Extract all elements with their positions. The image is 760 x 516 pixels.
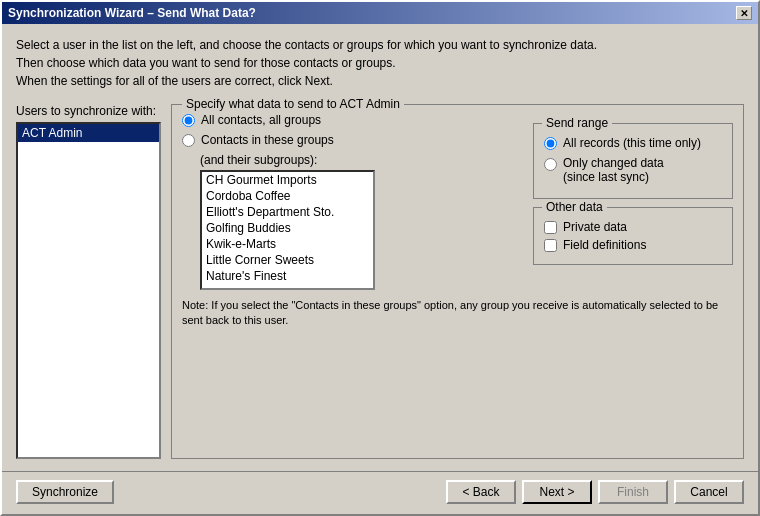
field-definitions-checkbox[interactable]	[544, 239, 557, 252]
all-records-radio[interactable]	[544, 137, 557, 150]
all-records-radio-option[interactable]: All records (this time only)	[544, 136, 722, 150]
panel-inner: All contacts, all groups Contacts in the…	[182, 113, 733, 329]
send-range-panel: Send range All records (this time only) …	[533, 123, 733, 199]
intro-text: Select a user in the list on the left, a…	[16, 36, 744, 90]
content-area: Select a user in the list on the left, a…	[2, 24, 758, 471]
contacts-groups-radio[interactable]	[182, 134, 195, 147]
all-contacts-radio[interactable]	[182, 114, 195, 127]
list-item[interactable]: Kwik-e-Marts	[202, 236, 373, 252]
list-item[interactable]: Elliott's Department Sto.	[202, 204, 373, 220]
right-panel: Specify what data to send to ACT Admin A…	[171, 104, 744, 459]
footer-right: < Back Next > Finish Cancel	[446, 480, 744, 504]
intro-line2: Then choose which data you want to send …	[16, 54, 744, 72]
user-act-admin[interactable]: ACT Admin	[18, 124, 159, 142]
private-data-checkbox-option[interactable]: Private data	[544, 220, 722, 234]
intro-line1: Select a user in the list on the left, a…	[16, 36, 744, 54]
list-item[interactable]: Cordoba Coffee	[202, 188, 373, 204]
footer: Synchronize < Back Next > Finish Cancel	[2, 471, 758, 514]
window-title: Synchronization Wizard – Send What Data?	[8, 6, 256, 20]
next-button[interactable]: Next >	[522, 480, 592, 504]
users-list-label: Users to synchronize with:	[16, 104, 161, 118]
note-text: Note: If you select the "Contacts in the…	[182, 298, 733, 329]
left-panel: Users to synchronize with: ACT Admin	[16, 104, 161, 459]
list-item[interactable]: CH Gourmet Imports	[202, 172, 373, 188]
right-panel-legend: Specify what data to send to ACT Admin	[182, 97, 404, 111]
close-button[interactable]: ✕	[736, 6, 752, 20]
synchronize-button[interactable]: Synchronize	[16, 480, 114, 504]
intro-line3: When the settings for all of the users a…	[16, 72, 744, 90]
field-definitions-label: Field definitions	[563, 238, 646, 252]
field-definitions-checkbox-option[interactable]: Field definitions	[544, 238, 722, 252]
list-item[interactable]: Nature's Finest	[202, 268, 373, 284]
changed-data-label: Only changed data(since last sync)	[563, 156, 664, 184]
right-subpanels: Send range All records (this time only) …	[533, 123, 733, 265]
private-data-checkbox[interactable]	[544, 221, 557, 234]
all-records-label: All records (this time only)	[563, 136, 701, 150]
changed-data-radio[interactable]	[544, 158, 557, 171]
all-contacts-label: All contacts, all groups	[201, 113, 321, 127]
main-window: Synchronization Wizard – Send What Data?…	[0, 0, 760, 516]
footer-left: Synchronize	[16, 480, 114, 504]
finish-button[interactable]: Finish	[598, 480, 668, 504]
list-item[interactable]: Golfing Buddies	[202, 220, 373, 236]
back-button[interactable]: < Back	[446, 480, 516, 504]
groups-listbox[interactable]: CH Gourmet Imports Cordoba Coffee Elliot…	[200, 170, 375, 290]
private-data-label: Private data	[563, 220, 627, 234]
send-range-legend: Send range	[542, 116, 612, 130]
changed-data-radio-option[interactable]: Only changed data(since last sync)	[544, 156, 722, 184]
other-data-panel: Other data Private data Field definition…	[533, 207, 733, 265]
other-data-legend: Other data	[542, 200, 607, 214]
cancel-button[interactable]: Cancel	[674, 480, 744, 504]
title-bar: Synchronization Wizard – Send What Data?…	[2, 2, 758, 24]
users-list[interactable]: ACT Admin	[16, 122, 161, 459]
list-item[interactable]: Little Corner Sweets	[202, 252, 373, 268]
main-area: Users to synchronize with: ACT Admin Spe…	[16, 104, 744, 459]
contacts-groups-label: Contacts in these groups	[201, 133, 334, 147]
